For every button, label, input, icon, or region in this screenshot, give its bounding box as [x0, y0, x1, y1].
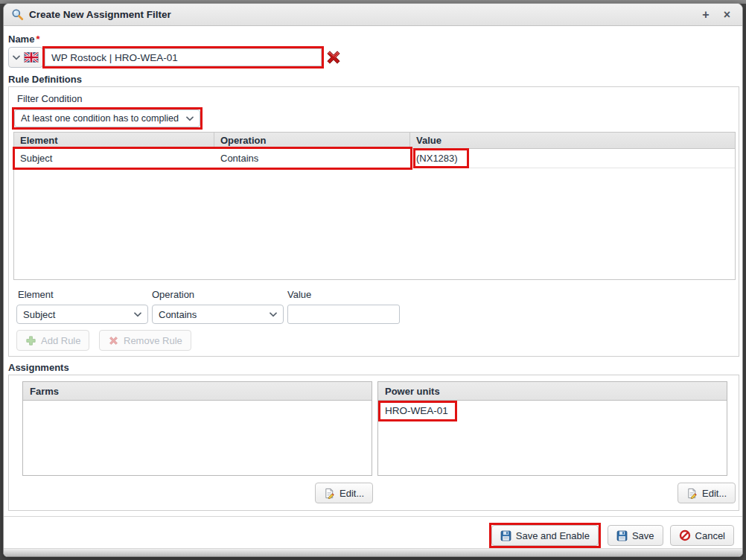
- required-asterisk: *: [36, 34, 39, 45]
- dialog-create-assignment-filter: Create New Assignment Filter + × Name*: [3, 3, 743, 557]
- uk-flag-icon: [24, 52, 39, 63]
- maximize-button[interactable]: +: [698, 7, 713, 22]
- chevron-down-icon: [270, 312, 277, 317]
- farms-panel: Farms: [22, 381, 372, 476]
- footer-separator: [4, 516, 743, 517]
- operation-select-value: Contains: [159, 309, 264, 320]
- footer-button-row: Save and Enable Save: [489, 523, 734, 548]
- cell-operation: Contains: [214, 150, 410, 167]
- element-select[interactable]: Subject: [16, 305, 148, 324]
- save-and-enable-highlight: Save and Enable: [489, 523, 601, 548]
- save-button[interactable]: Save: [608, 525, 663, 546]
- delete-x-icon[interactable]: [325, 48, 342, 66]
- filter-condition-label: Filter Condition: [17, 93, 82, 104]
- close-button[interactable]: ×: [719, 7, 735, 22]
- rules-table: Element Operation Value Subject Contains…: [13, 132, 736, 280]
- screen-background: Create New Assignment Filter + × Name*: [0, 0, 746, 560]
- name-input-highlight: [42, 46, 324, 69]
- editor-element-label: Element: [18, 289, 54, 300]
- power-units-list[interactable]: HRO-WEA-01: [378, 401, 727, 475]
- filter-condition-highlight: At least one condition has to complied: [12, 107, 203, 130]
- assignments-heading: Assignments: [8, 362, 69, 373]
- farms-list[interactable]: [23, 401, 372, 475]
- list-item[interactable]: HRO-WEA-01: [378, 401, 457, 421]
- search-icon: [11, 8, 24, 21]
- value-input[interactable]: [287, 305, 400, 324]
- operation-select[interactable]: Contains: [152, 305, 284, 324]
- rules-table-header: Element Operation Value: [14, 133, 735, 149]
- element-select-value: Subject: [23, 309, 128, 320]
- floppy-disk-icon: [500, 530, 511, 541]
- dialog-titlebar: Create New Assignment Filter + ×: [4, 4, 742, 26]
- assignments-groupbox: Farms Power units HRO-WEA-01: [8, 375, 739, 511]
- chevron-down-icon: [13, 55, 20, 60]
- power-units-panel-title: Power units: [378, 382, 727, 401]
- farms-panel-title: Farms: [23, 382, 372, 401]
- add-rule-button[interactable]: Add Rule: [16, 330, 89, 351]
- name-input[interactable]: [45, 48, 322, 66]
- column-header-element[interactable]: Element: [14, 133, 214, 148]
- cancel-button[interactable]: Cancel: [670, 525, 734, 546]
- column-header-value[interactable]: Value: [410, 133, 735, 148]
- edit-power-units-button[interactable]: Edit...: [678, 483, 736, 503]
- chevron-down-icon: [134, 312, 141, 317]
- table-row[interactable]: Subject Contains (NX1283): [14, 149, 735, 168]
- power-units-panel: Power units HRO-WEA-01: [377, 381, 727, 476]
- edit-farms-button[interactable]: Edit...: [315, 483, 373, 503]
- rule-definitions-heading: Rule Definitions: [8, 74, 82, 85]
- edit-page-pencil-icon: [324, 488, 335, 499]
- floppy-disk-icon: [616, 530, 628, 541]
- dialog-title: Create New Assignment Filter: [29, 9, 171, 20]
- no-entry-icon: [679, 529, 691, 541]
- filter-condition-value: At least one condition has to complied: [21, 113, 180, 124]
- cell-value: (NX1283): [410, 150, 735, 167]
- save-and-enable-button[interactable]: Save and Enable: [491, 525, 599, 546]
- cell-element: Subject: [14, 150, 214, 167]
- chevron-down-icon: [186, 116, 194, 121]
- rule-definitions-groupbox: Filter Condition At least one condition …: [8, 86, 739, 357]
- editor-value-label: Value: [287, 289, 311, 300]
- column-header-operation[interactable]: Operation: [214, 133, 410, 148]
- editor-operation-label: Operation: [152, 289, 194, 300]
- language-selector-button[interactable]: [8, 47, 43, 68]
- plus-icon: [25, 335, 36, 346]
- filter-condition-select[interactable]: At least one condition has to complied: [14, 109, 200, 127]
- x-icon: [108, 335, 119, 346]
- name-label: Name*: [8, 34, 39, 45]
- remove-rule-button[interactable]: Remove Rule: [99, 330, 191, 351]
- edit-page-pencil-icon: [686, 488, 698, 499]
- dialog-bottom-bar: [4, 548, 742, 556]
